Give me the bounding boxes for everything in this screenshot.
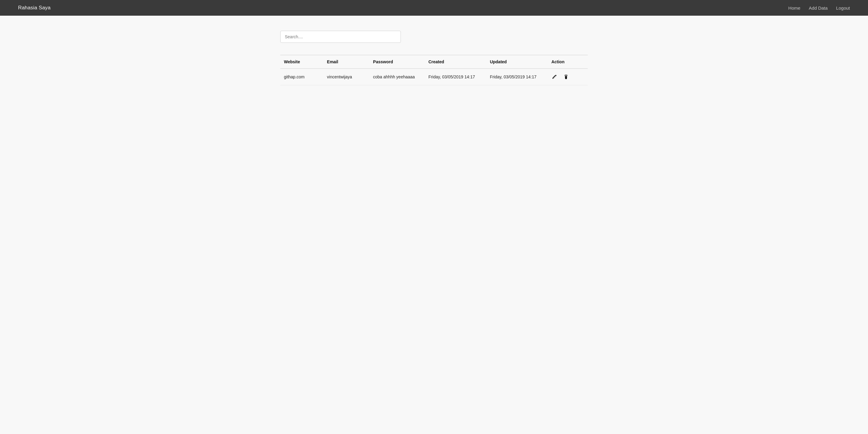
logout-link[interactable]: Logout	[836, 5, 850, 10]
cell-website: githap.com	[280, 69, 323, 85]
navbar: Rahasia Saya Home Add Data Logout	[0, 0, 868, 16]
data-table: Website Email Password Created Updated A…	[280, 55, 588, 85]
col-header-created: Created	[425, 55, 486, 69]
add-data-link[interactable]: Add Data	[809, 5, 828, 10]
cell-updated: Friday, 03/05/2019 14:17	[486, 69, 548, 85]
col-header-action: Action	[548, 55, 588, 69]
trash-icon	[563, 74, 569, 80]
edit-button[interactable]	[551, 73, 558, 80]
table-body: githap.com vincentwijaya coba ahhhh yeeh…	[280, 69, 588, 85]
table-row: githap.com vincentwijaya coba ahhhh yeeh…	[280, 69, 588, 85]
home-link[interactable]: Home	[788, 5, 801, 10]
table-header-row: Website Email Password Created Updated A…	[280, 55, 588, 69]
cell-created: Friday, 03/05/2019 14:17	[425, 69, 486, 85]
col-header-updated: Updated	[486, 55, 548, 69]
delete-button[interactable]	[563, 73, 569, 80]
col-header-password: Password	[370, 55, 425, 69]
navbar-links: Home Add Data Logout	[788, 5, 850, 10]
search-input[interactable]	[280, 31, 401, 43]
navbar-brand: Rahasia Saya	[18, 5, 51, 11]
search-container	[280, 31, 588, 43]
col-header-email: Email	[323, 55, 370, 69]
col-header-website: Website	[280, 55, 323, 69]
cell-password: coba ahhhh yeehaaaa	[370, 69, 425, 85]
edit-icon	[552, 74, 557, 80]
cell-action	[548, 69, 588, 85]
cell-email: vincentwijaya	[323, 69, 370, 85]
main-content: Website Email Password Created Updated A…	[268, 16, 600, 97]
table-header: Website Email Password Created Updated A…	[280, 55, 588, 69]
